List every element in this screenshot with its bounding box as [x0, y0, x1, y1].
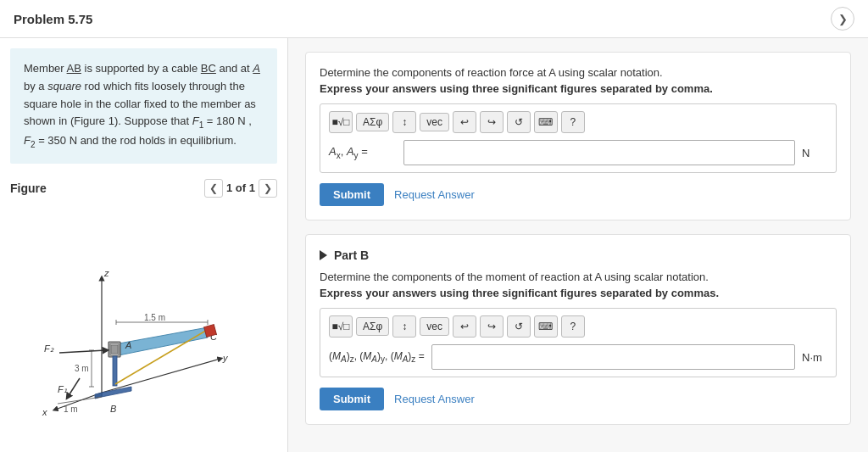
figure-area: z y x [0, 203, 287, 452]
figure-svg: z y x [25, 227, 263, 431]
figure-next-button[interactable]: ❯ [259, 179, 277, 198]
part-a-toolbar-arrows[interactable]: ↕ [392, 111, 416, 133]
part-b-header: Part B [320, 248, 837, 262]
part-a-actions: Submit Request Answer [320, 183, 837, 206]
svg-text:z: z [103, 268, 109, 278]
main-layout: Member AB is supported by a cable BC and… [0, 38, 868, 452]
part-a-instruction2: Express your answers using three signifi… [320, 82, 837, 95]
part-b-input[interactable] [431, 344, 795, 370]
part-b-submit-button[interactable]: Submit [320, 388, 384, 410]
figure-count: 1 of 1 [226, 181, 255, 194]
part-b-label: Part B [334, 248, 369, 262]
part-a-answer-box: ■√□ ΑΣφ ↕ vec ↩ ↪ ↺ ⌨ ? Ax, Ay = N [320, 103, 837, 173]
right-panel: Determine the components of reaction for… [288, 38, 868, 452]
part-b-instruction2: Express your answers using three signifi… [320, 287, 837, 299]
part-a-toolbar-vec[interactable]: vec [420, 113, 449, 131]
part-a-submit-button[interactable]: Submit [320, 183, 384, 206]
problem-description: Member AB is supported by a cable BC and… [10, 48, 277, 164]
part-a-toolbar-sigma[interactable]: ΑΣφ [356, 113, 389, 131]
part-a-toolbar-reset[interactable]: ↺ [507, 111, 531, 133]
part-b-toolbar: ■√□ ΑΣφ ↕ vec ↩ ↪ ↺ ⌨ ? [329, 315, 827, 338]
figure-prev-button[interactable]: ❮ [204, 179, 223, 198]
part-a-input-label: Ax, Ay = [329, 145, 397, 160]
part-b-answer-box: ■√□ ΑΣφ ↕ vec ↩ ↪ ↺ ⌨ ? (MA)z, (MA)y, (M… [320, 308, 837, 377]
part-a-toolbar-undo[interactable]: ↩ [453, 111, 476, 133]
part-a-input[interactable] [403, 140, 795, 165]
part-a-unit: N [802, 147, 827, 159]
part-b-request-link[interactable]: Request Answer [394, 393, 475, 405]
svg-text:F₂: F₂ [44, 343, 54, 354]
figure-label: Figure [10, 181, 47, 195]
part-b-toolbar-undo[interactable]: ↩ [453, 315, 476, 338]
svg-text:1.5 m: 1.5 m [144, 313, 165, 322]
f1-label: F [192, 114, 199, 127]
part-b-toolbar-arrows[interactable]: ↕ [392, 315, 416, 338]
part-a-request-link[interactable]: Request Answer [394, 188, 475, 201]
part-b-toolbar-redo[interactable]: ↪ [480, 315, 504, 338]
part-b-toolbar-reset[interactable]: ↺ [507, 315, 531, 338]
part-b-instruction1: Determine the components of the moment o… [320, 271, 837, 283]
cable-label: BC [201, 62, 216, 75]
part-b-toolbar-keyboard[interactable]: ⌨ [534, 315, 558, 338]
svg-rect-10 [111, 345, 118, 354]
member-label: AB [67, 62, 81, 75]
svg-line-2 [102, 359, 220, 393]
svg-text:A: A [125, 340, 131, 350]
part-a-input-row: Ax, Ay = N [329, 140, 827, 165]
point-a-label: A [253, 62, 260, 75]
svg-text:F₁: F₁ [58, 384, 67, 394]
square-text: square [47, 80, 81, 92]
svg-text:y: y [222, 353, 229, 363]
part-a-toolbar-keyboard[interactable]: ⌨ [534, 111, 558, 133]
f2-label: F [24, 134, 31, 147]
svg-text:1 m: 1 m [64, 405, 78, 414]
part-b-toolbar-vec[interactable]: vec [420, 317, 449, 336]
svg-text:B: B [110, 404, 116, 414]
part-b-triangle-icon [320, 250, 327, 260]
part-a-toolbar-redo[interactable]: ↪ [480, 111, 504, 133]
svg-line-26 [58, 397, 102, 404]
top-nav-button[interactable]: ❯ [831, 7, 854, 31]
part-a-instruction1: Determine the components of reaction for… [320, 66, 837, 79]
svg-line-28 [59, 350, 106, 353]
svg-text:x: x [42, 407, 47, 417]
figure-nav: ❮ 1 of 1 ❯ [204, 179, 277, 198]
part-a-toolbar: ■√□ ΑΣφ ↕ vec ↩ ↪ ↺ ⌨ ? [329, 111, 827, 133]
svg-rect-11 [113, 356, 117, 386]
part-b-actions: Submit Request Answer [320, 388, 837, 410]
part-b-input-row: (MA)z, (MA)y, (MA)z = N·m [329, 344, 827, 370]
svg-rect-32 [203, 325, 216, 338]
part-a-toolbar-math[interactable]: ■√□ [329, 111, 353, 133]
part-b-toolbar-help[interactable]: ? [561, 315, 585, 338]
part-b-toolbar-sigma[interactable]: ΑΣφ [356, 317, 389, 336]
part-b-toolbar-math[interactable]: ■√□ [329, 315, 353, 338]
part-b-unit: N·m [802, 351, 827, 364]
part-a-section: Determine the components of reaction for… [305, 52, 851, 220]
part-a-toolbar-help[interactable]: ? [561, 111, 585, 133]
left-panel: Member AB is supported by a cable BC and… [0, 38, 288, 452]
problem-title: Problem 5.75 [14, 12, 92, 26]
svg-text:3 m: 3 m [75, 364, 89, 373]
top-bar: Problem 5.75 ❯ [0, 0, 868, 38]
part-b-input-label: (MA)z, (MA)y, (MA)z = [329, 350, 425, 364]
part-b-section: Part B Determine the components of the m… [305, 234, 851, 425]
svg-line-30 [68, 378, 80, 397]
figure-header: Figure ❮ 1 of 1 ❯ [0, 174, 287, 203]
